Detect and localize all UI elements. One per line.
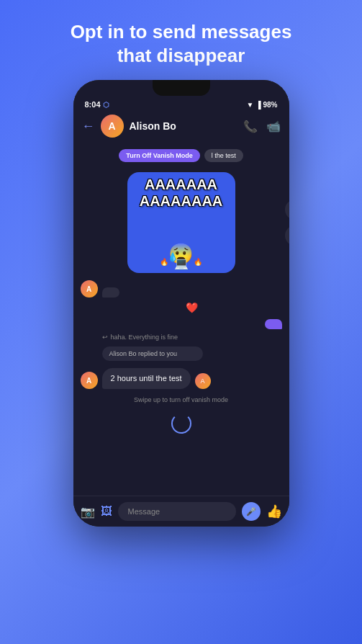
reply-label-text: haha. Everything is fine	[111, 334, 178, 341]
swipe-hint: Swipe up to turn off vanish mode	[81, 396, 282, 403]
phone-body: 8:04 ⬡ ▼ ▐ 98% ← A Alison Bo 📞 📹	[73, 80, 289, 527]
signal-icon: ▐	[255, 101, 261, 109]
messages-area: Turn Off Vanish Mode l the test AAAAAAA …	[73, 143, 289, 496]
status-time: 8:04 ⬡	[85, 100, 109, 109]
message-input[interactable]: Message	[118, 502, 236, 521]
phone-icon[interactable]: 📞	[243, 120, 258, 133]
swipe-circle	[171, 413, 191, 434]
vanish-test-label: l the test	[204, 149, 243, 162]
reply-info: ↩ haha. Everything is fine	[102, 334, 282, 341]
message-text-3: 2 hours until the test	[111, 374, 182, 383]
phone-mockup: 8:04 ⬡ ▼ ▐ 98% ← A Alison Bo 📞 📹	[73, 80, 289, 527]
wifi-icon: ▼	[246, 101, 253, 109]
vanish-banner: Turn Off Vanish Mode l the test	[81, 149, 282, 162]
sender-avatar-1: A	[81, 280, 98, 298]
share-button[interactable]: ⤴	[285, 200, 289, 220]
chat-header: ← A Alison Bo 📞 📹	[73, 112, 289, 143]
contact-name: Alison Bo	[130, 120, 237, 132]
reply-arrow-icon: ↩	[102, 334, 108, 341]
sticker-image: AAAAAAA AAAAAAAA 🔥 😰 🔥 💻	[127, 172, 235, 273]
sticker-container: AAAAAAA AAAAAAAA 🔥 😰 🔥 💻	[81, 172, 282, 273]
message-bubble-3: 2 hours until the test	[102, 368, 191, 389]
headline-line2: that disappear	[117, 45, 245, 66]
sticker-text2: AAAAAAAA	[140, 193, 223, 210]
sticker-actions: ⤴ ✏	[285, 200, 289, 246]
vanish-test-text: l the test	[212, 152, 236, 159]
messenger-icon: ⬡	[103, 101, 109, 109]
image-icon[interactable]: 🖼	[101, 505, 112, 518]
vanish-mode-button[interactable]: Turn Off Vanish Mode	[119, 149, 199, 162]
headline: Opt in to send messages that disappear	[42, 20, 321, 67]
reply-bubble: Alison Bo replied to you	[102, 346, 203, 361]
message-row-2	[81, 319, 282, 329]
message-row-1: A	[81, 280, 282, 298]
header-actions: 📞 📹	[243, 120, 281, 133]
sticker-text: AAAAAAA	[145, 176, 217, 193]
viewer-avatar: A	[195, 373, 211, 389]
time-display: 8:04	[85, 100, 101, 109]
video-icon[interactable]: 📹	[266, 120, 281, 133]
contact-avatar: A	[101, 115, 124, 138]
like-button[interactable]: 👍	[266, 504, 282, 519]
status-indicators: ▼ ▐ 98%	[246, 101, 277, 109]
message-bubble-2	[265, 319, 282, 329]
chat-input-bar: 📷 🖼 Message 🎤 👍	[73, 496, 289, 527]
headline-line1: Opt in to send messages	[71, 21, 292, 43]
input-placeholder: Message	[128, 507, 160, 516]
back-button[interactable]: ←	[82, 119, 95, 134]
message-row-3: A 2 hours until the test A	[81, 368, 282, 389]
mic-icon: 🎤	[246, 507, 256, 516]
message-bubble-1	[102, 287, 119, 298]
reply-bubble-text: Alison Bo replied to you	[109, 350, 178, 357]
camera-icon[interactable]: 📷	[81, 505, 95, 519]
heart-reaction: ❤️	[102, 302, 282, 313]
swipe-hint-text: Swipe up to turn off vanish mode	[134, 396, 228, 403]
vanish-mode-label: Turn Off Vanish Mode	[126, 152, 192, 159]
phone-notch	[153, 80, 210, 96]
phone-screen: 8:04 ⬡ ▼ ▐ 98% ← A Alison Bo 📞 📹	[73, 80, 289, 527]
mic-button[interactable]: 🎤	[242, 502, 261, 521]
sticker-laptop: 💻	[174, 256, 189, 270]
battery-display: 98%	[263, 101, 277, 109]
sender-avatar-3: A	[81, 372, 98, 389]
edit-button[interactable]: ✏	[285, 225, 289, 246]
